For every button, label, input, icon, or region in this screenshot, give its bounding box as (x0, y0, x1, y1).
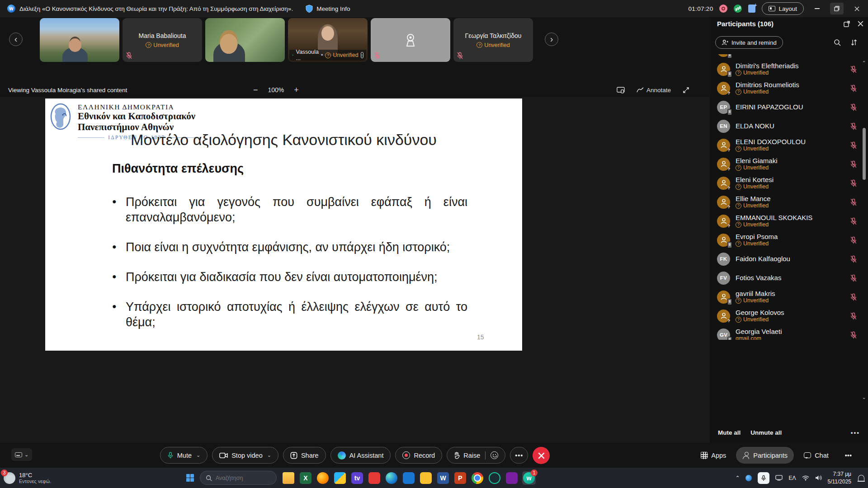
participant-row[interactable]: ? Dimitrios Roumeliotis Unverified (710, 79, 861, 98)
stop-video-button[interactable]: Stop video ⌄ (212, 447, 278, 464)
participant-row[interactable]: FK ? Faidon Kalfaoglou (710, 249, 861, 268)
video-thumbnail[interactable] (371, 18, 450, 62)
raise-hand-button[interactable]: Raise (447, 447, 505, 464)
scroll-up-arrow[interactable] (861, 60, 867, 66)
taskbar-app-icon[interactable] (505, 471, 519, 485)
participant-row[interactable]: ? Evropi Psoma Unverified (710, 230, 861, 249)
participant-row[interactable]: EP ? EIRINI PAPAZOGLOU (710, 98, 861, 117)
meeting-info-button[interactable]: Meeting Info (316, 5, 350, 12)
apps-button[interactable]: Apps (694, 447, 732, 464)
volume-icon[interactable] (815, 475, 822, 481)
view-on-device-button[interactable] (617, 87, 625, 94)
participant-name: Vassoula ... (296, 49, 319, 61)
invite-and-remind-button[interactable]: Invite and remind (715, 36, 783, 49)
mute-all-button[interactable]: Mute all (718, 429, 741, 436)
chat-button[interactable]: Chat (797, 447, 835, 464)
participant-name: ELDA NOKU (736, 122, 774, 130)
panel-more-button[interactable]: ••• (839, 447, 858, 464)
taskbar-app-icon[interactable]: tv (350, 471, 364, 485)
mic-icon (167, 451, 174, 459)
filmstrip-next-button[interactable] (545, 33, 558, 46)
participant-row[interactable]: ? Eleni Kortesi Unverified (710, 174, 861, 192)
taskbar-app-icon[interactable] (316, 471, 330, 485)
connection-quality-icon[interactable] (734, 5, 742, 13)
tray-overflow-chevron-icon[interactable]: ⌃ (735, 475, 740, 481)
participant-row[interactable]: ? EMMANOUIL SKOKAKIS Unverified (710, 211, 861, 230)
chevron-down-icon[interactable]: ⌄ (196, 452, 200, 458)
filmstrip-previous-button[interactable] (9, 33, 23, 46)
share-button[interactable]: Share (283, 447, 326, 464)
notes-clipboard-icon[interactable] (748, 5, 755, 13)
annotate-button[interactable]: Annotate (637, 87, 671, 94)
taskbar-app-icon[interactable]: W (436, 471, 450, 485)
clock-widget[interactable]: 7:37 μμ 5/11/2025 (828, 470, 852, 485)
cast-screen-icon[interactable] (775, 475, 783, 481)
search-input[interactable] (216, 475, 265, 481)
share-icon (290, 452, 297, 459)
zoom-level[interactable]: 100% (268, 86, 284, 94)
active-microphone-indicator-icon[interactable] (758, 472, 769, 484)
scroll-down-arrow[interactable] (861, 394, 867, 400)
zoom-out-button[interactable]: − (253, 85, 258, 95)
video-thumbnail[interactable]: Γεωργία Ταλκιτζίδου Unverified Γεωργία Τ… (453, 18, 533, 62)
leave-meeting-button[interactable] (533, 447, 550, 464)
video-thumbnail[interactable]: Maria Babaliouta Unverified Maria Babali… (123, 18, 202, 62)
wifi-icon[interactable] (802, 475, 809, 481)
restore-button[interactable] (830, 3, 844, 14)
search-participants-icon[interactable] (834, 39, 841, 46)
layout-button[interactable]: Layout (762, 2, 804, 15)
taskbar-app-icon[interactable]: w 1 (522, 471, 536, 485)
participant-row[interactable]: ? Ellie Mance Unverified (710, 192, 861, 211)
participant-row[interactable]: ? (710, 54, 861, 60)
taskbar-app-icon[interactable] (471, 471, 484, 485)
taskbar-app-icon[interactable] (368, 471, 381, 485)
taskbar-app-icon[interactable] (333, 471, 347, 485)
participant-row[interactable]: GV ? Georgia Velaeti gmail.com (710, 325, 861, 340)
taskbar-app-icon[interactable] (488, 471, 501, 485)
participant-row[interactable]: ? Eleni Giamaki Unverified (710, 155, 861, 174)
close-button[interactable] (850, 3, 863, 14)
participants-more-button[interactable]: ••• (851, 429, 860, 436)
reactions-smiley-icon[interactable] (491, 451, 498, 459)
bluetooth-device-icon[interactable] (745, 475, 752, 481)
start-button[interactable] (183, 471, 197, 485)
taskbar-app-icon[interactable] (282, 471, 295, 485)
participant-row[interactable]: FV ? Fotios Vazakas (710, 268, 861, 287)
sort-participants-icon[interactable] (851, 39, 857, 46)
zoom-in-button[interactable]: + (294, 85, 299, 95)
video-thumbnail[interactable] (40, 18, 119, 62)
taskbar-app-icon[interactable] (385, 471, 398, 485)
webex-meeting-window: Διάλεξη «Ο Κανονιστικός Κίνδυνος στη Θεω… (0, 0, 868, 488)
participant-name: EMMANOUIL SKOKAKIS (736, 214, 812, 221)
taskbar-app-icon[interactable] (419, 471, 433, 485)
minimize-button[interactable] (810, 3, 824, 14)
participant-row[interactable]: ? ELENI DOXOPOULOU Unverified (710, 136, 861, 155)
close-panel-icon[interactable] (858, 21, 863, 27)
more-options-button[interactable]: ••• (510, 447, 528, 464)
taskbar-app-icon[interactable]: P (453, 471, 467, 485)
language-indicator[interactable]: ΕΛ (788, 475, 796, 481)
taskbar-weather-widget[interactable]: 3 18°C Εντονες νεφώ. (4, 472, 51, 484)
record-button[interactable]: Record (395, 447, 442, 464)
participant-row[interactable]: ? George Kolovos Unverified (710, 306, 861, 325)
taskbar-app-icon[interactable]: X (299, 471, 312, 485)
expand-button[interactable] (683, 87, 689, 94)
pop-out-icon[interactable] (844, 20, 850, 27)
chevron-down-icon[interactable]: ⌄ (267, 452, 271, 458)
video-thumbnail[interactable]: Vassoula ... Unverified Vassoula ... • (288, 18, 368, 62)
recording-indicator-icon[interactable] (719, 5, 727, 13)
participant-row[interactable]: EN ? ELDA NOKU (710, 117, 861, 136)
participants-button[interactable]: Participants (736, 447, 794, 464)
taskbar-app-icon[interactable] (402, 471, 415, 485)
participant-row[interactable]: ? Dimitri's Eleftheriadis Unverified (710, 60, 861, 79)
scrollbar-thumb[interactable] (863, 128, 866, 180)
person-icon (720, 84, 727, 92)
unmute-all-button[interactable]: Unmute all (750, 429, 782, 436)
taskbar-search[interactable] (200, 471, 277, 485)
video-thumbnail[interactable] (205, 18, 285, 62)
ai-assistant-button[interactable]: AI Assistant (330, 447, 391, 464)
participant-row[interactable]: ? gavriil Makris Unverified (710, 287, 861, 306)
participants-scrollbar[interactable] (861, 60, 867, 427)
mute-button[interactable]: Mute ⌄ (160, 447, 208, 464)
notification-bell-icon[interactable] (858, 475, 864, 481)
